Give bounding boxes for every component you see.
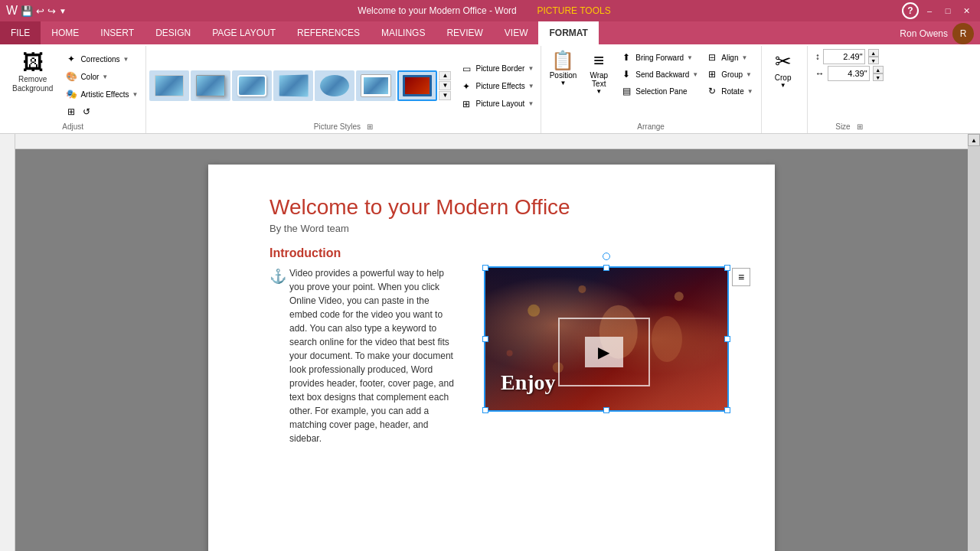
doc-paragraph-1: Video provides a powerful way to help yo…: [289, 266, 458, 445]
color-btn[interactable]: 🎨 Color ▼: [62, 68, 141, 85]
crop-btn[interactable]: ✂ Crop ▼: [766, 47, 800, 91]
document-author: By the Word team: [270, 223, 714, 234]
wrap-text-dropdown: ▼: [596, 88, 602, 95]
style-3-preview: [237, 75, 266, 96]
ribbon-content: 🖼 Remove Background ✦ Corrections ▼ 🎨 Co…: [0, 44, 980, 134]
scroll-up-btn[interactable]: ▲: [968, 134, 980, 146]
scrollbar-track[interactable]: [968, 146, 980, 551]
corrections-btn[interactable]: ✦ Corrections ▼: [62, 51, 141, 67]
play-button-area: ▶: [558, 318, 650, 386]
compress-icon: ⊞: [65, 106, 77, 117]
tab-file[interactable]: FILE: [0, 21, 41, 44]
play-button[interactable]: ▶: [585, 337, 623, 367]
handle-bottom-center[interactable]: [603, 407, 609, 413]
right-scrollbar: ▲ ▼: [968, 134, 980, 551]
quick-access-customize[interactable]: ▼: [59, 7, 67, 15]
picture-style-6[interactable]: [356, 70, 396, 101]
tab-design[interactable]: DESIGN: [145, 21, 201, 44]
handle-bottom-right[interactable]: [724, 407, 730, 413]
height-row: ↕ ▲ ▼: [815, 49, 884, 64]
embedded-image[interactable]: ▶ Enjoy: [484, 266, 729, 412]
wrap-text-icon: ≡: [593, 50, 604, 71]
selection-pane-icon: ▤: [620, 86, 632, 96]
style-1-preview: [155, 75, 184, 96]
rotate-handle[interactable]: [603, 253, 610, 260]
picture-style-4[interactable]: [273, 70, 313, 101]
layout-dropdown: ▼: [528, 100, 534, 107]
width-spin-down[interactable]: ▼: [873, 73, 884, 81]
quick-access-undo[interactable]: ↩: [36, 5, 44, 17]
handle-top-center[interactable]: [603, 265, 609, 271]
picture-style-7[interactable]: [397, 70, 437, 101]
close-btn[interactable]: ✕: [959, 3, 974, 18]
picture-effects-btn[interactable]: ✦ Picture Effects ▼: [457, 78, 537, 95]
size-group: ↕ ▲ ▼ ↔ ▲ ▼ Size ⊞: [808, 46, 891, 133]
rotate-btn[interactable]: ↻ Rotate ▼: [703, 83, 756, 99]
remove-background-label: Remove Background: [12, 75, 53, 93]
document-title: Welcome to your Modern Office: [270, 195, 714, 220]
quick-access-redo[interactable]: ↪: [47, 5, 56, 17]
align-btn[interactable]: ⊟ Align ▼: [703, 49, 756, 66]
bring-forward-btn[interactable]: ⬆ Bring Forward ▼: [617, 49, 701, 66]
picture-style-1[interactable]: [149, 70, 189, 101]
styles-scroll-ctrl: ▲ ▼ ▼: [439, 70, 451, 102]
styles-scroll-down[interactable]: ▼: [439, 81, 451, 90]
wrap-text-btn[interactable]: ≡ WrapText ▼: [582, 47, 616, 97]
height-input[interactable]: [823, 49, 865, 64]
tab-review[interactable]: REVIEW: [436, 21, 493, 44]
reset-icon: ↺: [80, 106, 93, 117]
quick-access-save[interactable]: 💾: [21, 5, 33, 17]
handle-top-right[interactable]: [724, 265, 730, 271]
send-backward-label: Send Backward: [635, 70, 689, 79]
picture-border-btn[interactable]: ▭ Picture Border ▼: [457, 60, 537, 77]
position-icon: 📋: [551, 50, 574, 71]
handle-middle-right[interactable]: [724, 336, 730, 342]
tab-view[interactable]: VIEW: [494, 21, 539, 44]
image-layout-options-btn[interactable]: ≡: [732, 268, 750, 286]
remove-background-btn[interactable]: 🖼 Remove Background: [8, 49, 57, 96]
height-spin-up[interactable]: ▲: [868, 49, 879, 57]
tab-format[interactable]: FORMAT: [538, 21, 598, 44]
bring-forward-dropdown: ▼: [687, 54, 693, 61]
help-icon[interactable]: ?: [902, 2, 919, 19]
tab-mailings[interactable]: MAILINGS: [371, 21, 436, 44]
crop-dropdown: ▼: [780, 82, 786, 89]
minimize-btn[interactable]: –: [922, 3, 937, 18]
styles-expand[interactable]: ▼: [439, 91, 451, 100]
paragraph-anchor-icon: ⚓: [270, 268, 286, 445]
selection-pane-btn[interactable]: ▤ Selection Pane: [617, 83, 701, 99]
picture-style-3[interactable]: [232, 70, 272, 101]
picture-style-2[interactable]: [191, 70, 230, 101]
width-spin-up[interactable]: ▲: [873, 66, 884, 73]
adjust-group-label: Adjust: [5, 120, 141, 133]
tab-home[interactable]: HOME: [41, 21, 90, 44]
color-icon: 🎨: [65, 71, 77, 82]
compress-btn[interactable]: ⊞ ↺: [62, 103, 141, 120]
size-inputs: ↕ ▲ ▼ ↔ ▲ ▼: [812, 47, 887, 83]
tab-references[interactable]: REFERENCES: [286, 21, 371, 44]
picture-layout-btn[interactable]: ⊞ Picture Layout ▼: [457, 96, 537, 112]
word-icon: W: [6, 4, 18, 18]
position-label: Position: [550, 71, 577, 80]
size-expand[interactable]: ⊞: [857, 122, 863, 131]
handle-middle-left[interactable]: [482, 336, 488, 342]
picture-styles-label: Picture Styles ⊞: [149, 120, 537, 133]
group-btn[interactable]: ⊞ Group ▼: [703, 66, 756, 83]
picture-styles-expand[interactable]: ⊞: [367, 122, 373, 131]
position-btn[interactable]: 📋 Position ▼: [546, 47, 581, 89]
styles-scroll-up[interactable]: ▲: [439, 71, 451, 80]
svg-point-2: [528, 305, 540, 317]
maximize-btn[interactable]: □: [940, 3, 956, 18]
handle-top-left[interactable]: [482, 265, 488, 271]
picture-style-5[interactable]: [315, 70, 354, 101]
height-spin-down[interactable]: ▼: [868, 57, 879, 64]
artistic-effects-btn[interactable]: 🎭 Artistic Effects ▼: [62, 86, 141, 103]
tab-page-layout[interactable]: PAGE LAYOUT: [201, 21, 286, 44]
document-page-area[interactable]: Welcome to your Modern Office By the Wor…: [15, 149, 968, 551]
tab-insert[interactable]: INSERT: [90, 21, 145, 44]
title-bar-controls: ? – □ ✕: [902, 2, 974, 19]
send-backward-btn[interactable]: ⬇ Send Backward ▼: [617, 66, 701, 83]
size-group-label: Size ⊞: [812, 120, 887, 133]
handle-bottom-left[interactable]: [482, 407, 488, 413]
width-input[interactable]: [828, 66, 870, 81]
